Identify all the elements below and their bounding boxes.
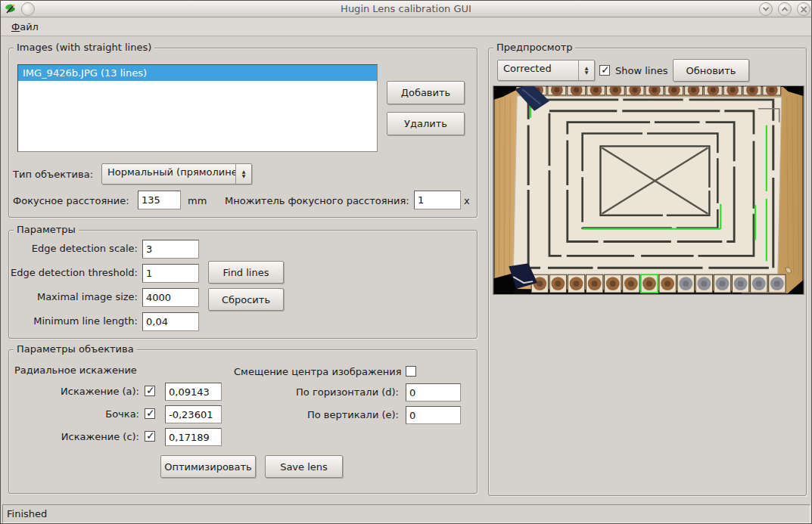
edge-scale-input[interactable] — [142, 240, 199, 259]
images-group-title: Images (with straight lines) — [14, 42, 154, 53]
radial-distortion-heading: Радиальное искажение — [14, 364, 137, 376]
edge-scale-label: Edge detection scale: — [32, 243, 138, 254]
barrel-checkbox[interactable] — [145, 408, 155, 419]
distortion-a-label: Искажение (a): — [61, 386, 139, 397]
menubar: Файл — [1, 18, 811, 36]
distortion-c-input[interactable] — [165, 428, 222, 446]
spinner-arrows-icon[interactable]: ▲▼ — [235, 164, 251, 184]
parameters-group-title: Параметры — [14, 224, 79, 235]
window-menu-button[interactable] — [21, 2, 35, 16]
horizontal-d-label: По горизонтали (d): — [296, 386, 399, 398]
show-lines-label: Show lines — [615, 65, 667, 76]
distortion-c-label: Искажение (c): — [61, 431, 139, 442]
barrel-label: Бочка: — [105, 408, 139, 420]
focal-length-label: Фокусное расстояние: — [13, 195, 129, 206]
application-window: Hugin Lens calibration GUI × Файл Images… — [0, 0, 812, 524]
close-icon: × — [799, 4, 808, 14]
list-item[interactable]: IMG_9426b.JPG (13 lines) — [18, 65, 377, 81]
horizontal-d-input[interactable] — [406, 383, 461, 402]
center-shift-label: Смещение центра изображения — [234, 366, 402, 377]
maximize-button[interactable] — [778, 2, 792, 16]
minimize-button[interactable] — [759, 2, 773, 16]
multiplier-unit: x — [464, 195, 470, 206]
edge-threshold-label: Edge detection threshold: — [11, 267, 138, 278]
multiplier-input[interactable] — [414, 191, 461, 209]
lens-type-label: Тип объектива: — [13, 169, 93, 180]
status-text: Finished — [7, 508, 47, 519]
preview-group-title: Предпросмотр — [493, 42, 575, 53]
vertical-e-label: По вертикали (e): — [307, 409, 399, 420]
spinner-arrows-icon[interactable]: ▲▼ — [578, 60, 594, 80]
min-line-length-input[interactable] — [142, 312, 199, 331]
save-lens-button[interactable]: Save lens — [265, 455, 343, 478]
close-button[interactable]: × — [797, 2, 810, 16]
chevron-up-icon — [782, 7, 788, 13]
focal-length-input[interactable] — [138, 191, 181, 209]
menu-file[interactable]: Файл — [5, 21, 45, 33]
remove-image-button[interactable]: Удалить — [387, 112, 465, 135]
statusbar: Finished — [2, 504, 810, 523]
titlebar: Hugin Lens calibration GUI × — [1, 1, 811, 17]
vertical-e-input[interactable] — [406, 406, 461, 424]
show-lines-checkbox[interactable] — [599, 65, 610, 76]
edge-threshold-input[interactable] — [142, 264, 199, 283]
images-list[interactable]: IMG_9426b.JPG (13 lines) — [17, 64, 378, 152]
multiplier-label: Множитель фокусного расстояния: — [225, 195, 409, 206]
distortion-a-checkbox[interactable] — [145, 386, 155, 396]
app-icon — [5, 3, 17, 15]
refresh-button[interactable]: Обновить — [673, 59, 749, 82]
chevron-down-icon — [763, 5, 769, 11]
preview-mode-combo[interactable]: Corrected ▲▼ — [497, 60, 595, 81]
window-title: Hugin Lens calibration GUI — [1, 3, 811, 14]
lens-type-combo[interactable]: Нормальный (прямолине ▲▼ — [101, 163, 252, 184]
center-shift-checkbox[interactable] — [406, 366, 416, 377]
min-line-length-label: Minimum line length: — [33, 315, 138, 327]
calibration-photo — [493, 86, 804, 294]
barrel-input[interactable] — [165, 405, 222, 423]
preview-mode-value: Corrected — [498, 60, 578, 80]
lens-type-value: Нормальный (прямолине — [102, 164, 235, 184]
max-image-size-label: Maximal image size: — [37, 291, 138, 302]
preview-image — [493, 85, 804, 295]
find-lines-button[interactable]: Find lines — [208, 261, 284, 284]
focal-length-unit: mm — [188, 195, 207, 206]
distortion-c-checkbox[interactable] — [145, 431, 155, 442]
distortion-a-input[interactable] — [165, 383, 222, 401]
lens-parameters-group-title: Параметры объектива — [14, 343, 137, 355]
add-image-button[interactable]: Добавить — [387, 81, 465, 104]
optimize-button[interactable]: Оптимизировать — [160, 455, 256, 478]
max-image-size-input[interactable] — [142, 288, 199, 307]
reset-button[interactable]: Сбросить — [208, 288, 284, 311]
